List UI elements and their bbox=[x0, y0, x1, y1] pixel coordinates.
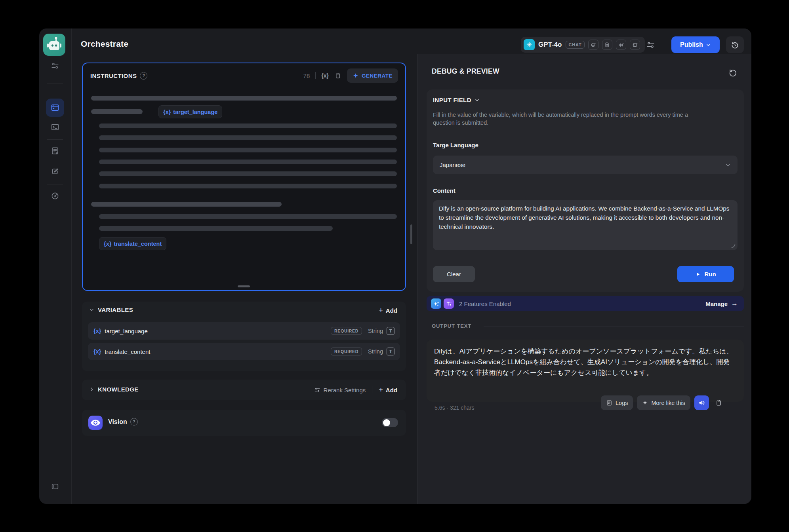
plus-icon: + bbox=[379, 306, 383, 315]
resize-corner-icon[interactable] bbox=[731, 244, 736, 248]
vision-card: Vision ? bbox=[82, 410, 406, 436]
output-divider-line bbox=[484, 327, 744, 327]
sparkle-icon bbox=[642, 400, 648, 406]
divider bbox=[315, 72, 316, 79]
scrollbar-thumb[interactable] bbox=[410, 224, 412, 244]
sidebar-item-orchestrate-active[interactable] bbox=[46, 99, 64, 117]
prompt-skeleton-line bbox=[99, 124, 397, 128]
prompt-skeleton-line bbox=[91, 109, 143, 114]
publish-button[interactable]: Publish bbox=[671, 36, 720, 53]
play-icon bbox=[695, 272, 701, 277]
variable-name: translate_content bbox=[105, 348, 150, 355]
resize-handle[interactable] bbox=[238, 285, 250, 287]
variable-token: {x} bbox=[104, 241, 111, 247]
help-icon[interactable]: ? bbox=[130, 418, 138, 426]
arrow-right-icon: → bbox=[731, 300, 738, 308]
app-window: Orchestrate ✳ GPT-4o CHAT bbox=[39, 28, 751, 504]
rerank-settings-label: Rerank Settings bbox=[324, 387, 366, 393]
more-like-this-label: More like this bbox=[651, 400, 685, 406]
string-type-icon[interactable]: T bbox=[387, 327, 394, 335]
variable-token: {x} bbox=[93, 348, 101, 355]
variable-row-target-language[interactable]: {x} target_language REQUIRED String T bbox=[88, 322, 400, 340]
variables-card: VARIABLES + Add {x} target_language REQU… bbox=[82, 302, 406, 371]
vision-title: Vision bbox=[108, 418, 127, 426]
output-stats: 5.6s · 321 chars bbox=[435, 405, 474, 411]
variable-chip-target-language[interactable]: {x} target_language bbox=[158, 105, 222, 118]
help-icon[interactable]: ? bbox=[140, 72, 147, 80]
run-label: Run bbox=[704, 271, 716, 277]
page-title: Orchestrate bbox=[81, 39, 128, 49]
input-field-title: INPUT FIELD bbox=[433, 97, 471, 103]
copy-icon[interactable] bbox=[334, 72, 341, 79]
prompt-skeleton-line bbox=[91, 202, 282, 207]
prompt-skeleton-line bbox=[99, 171, 397, 176]
prompt-skeleton-line bbox=[99, 184, 397, 188]
content-textarea[interactable]: Dify is an open-source platform for buil… bbox=[433, 200, 738, 250]
logs-label: Logs bbox=[616, 400, 628, 406]
variable-row-translate-content[interactable]: {x} translate_content REQUIRED String T bbox=[88, 343, 400, 360]
text-to-speech-button[interactable] bbox=[694, 395, 709, 410]
variable-chip-label: translate_content bbox=[114, 241, 162, 247]
target-language-select[interactable]: Japanese bbox=[433, 156, 738, 174]
prompt-skeleton-line bbox=[99, 148, 397, 152]
clipboard-icon bbox=[715, 399, 722, 407]
copy-output-button[interactable] bbox=[713, 395, 725, 410]
sidebar-item-monitoring-icon[interactable] bbox=[51, 192, 59, 200]
sliders-icon bbox=[314, 387, 320, 393]
string-type-icon[interactable]: T bbox=[387, 348, 394, 355]
insert-variable-icon[interactable]: {x} bbox=[321, 72, 329, 79]
clear-button[interactable]: Clear bbox=[433, 266, 475, 282]
sidebar bbox=[39, 28, 72, 504]
logs-button[interactable]: Logs bbox=[601, 395, 633, 410]
plus-icon: + bbox=[379, 386, 383, 394]
add-label: Add bbox=[386, 387, 397, 393]
manage-label: Manage bbox=[705, 300, 728, 307]
manage-features-button[interactable]: Manage → bbox=[705, 300, 738, 308]
prompt-skeleton-line bbox=[91, 96, 397, 101]
version-history-button[interactable] bbox=[726, 36, 744, 53]
more-like-this-button[interactable]: More like this bbox=[637, 395, 690, 410]
variable-name: target_language bbox=[105, 328, 147, 334]
prompt-skeleton-line bbox=[99, 135, 397, 140]
app-avatar-robot-icon[interactable] bbox=[43, 34, 65, 56]
sidebar-item-logs-icon[interactable] bbox=[51, 146, 59, 155]
chevron-right-icon bbox=[89, 387, 94, 392]
variable-token: {x} bbox=[163, 109, 171, 115]
model-parameters-icon[interactable] bbox=[646, 40, 655, 49]
add-variable-button[interactable]: + Add bbox=[379, 306, 397, 315]
prompt-skeleton-line bbox=[99, 226, 333, 231]
rerank-settings-button[interactable]: Rerank Settings bbox=[314, 387, 366, 393]
variable-token: {x} bbox=[93, 328, 101, 334]
vision-toggle[interactable] bbox=[382, 418, 398, 427]
instructions-title: INSTRUCTIONS bbox=[90, 72, 137, 79]
restart-icon[interactable] bbox=[728, 68, 738, 77]
model-selector[interactable]: ✳ GPT-4o CHAT bbox=[521, 37, 645, 53]
features-enabled-text: 2 Features Enabled bbox=[459, 300, 511, 307]
features-bar[interactable]: 2 Features Enabled Manage → bbox=[427, 296, 744, 311]
variable-chip-translate-content[interactable]: {x} translate_content bbox=[99, 237, 166, 250]
variables-header[interactable]: VARIABLES bbox=[89, 306, 133, 313]
generate-label: GENERATE bbox=[362, 73, 393, 79]
knowledge-header[interactable]: KNOWLEDGE bbox=[89, 386, 139, 393]
openai-logo-icon: ✳ bbox=[524, 39, 535, 50]
speaker-icon bbox=[698, 399, 705, 407]
collapse-sidebar-icon[interactable] bbox=[51, 482, 59, 491]
input-field-header[interactable]: INPUT FIELD bbox=[433, 97, 480, 103]
prompt-skeleton-line bbox=[99, 160, 397, 164]
publish-label: Publish bbox=[680, 41, 703, 48]
sparkle-icon bbox=[353, 72, 359, 79]
orchestrate-settings-icon[interactable] bbox=[51, 61, 59, 70]
add-knowledge-button[interactable]: + Add bbox=[379, 386, 397, 394]
char-count: 78 bbox=[303, 72, 310, 79]
more-like-this-feature-icon bbox=[431, 298, 441, 309]
generate-button[interactable]: GENERATE bbox=[347, 68, 398, 83]
output-text-label: OUTPUT TEXT bbox=[432, 323, 471, 329]
sidebar-item-annotation-icon[interactable] bbox=[51, 167, 59, 176]
input-field-description: Fill in the value of the variable, which… bbox=[433, 111, 694, 127]
logs-icon bbox=[606, 400, 612, 406]
sidebar-item-terminal-icon[interactable] bbox=[51, 123, 59, 131]
instructions-panel[interactable]: INSTRUCTIONS ? 78 {x} GENERATE {x} bbox=[82, 63, 406, 291]
vision-feature-icon bbox=[88, 416, 103, 430]
add-label: Add bbox=[386, 307, 397, 314]
run-button[interactable]: Run bbox=[677, 266, 734, 282]
